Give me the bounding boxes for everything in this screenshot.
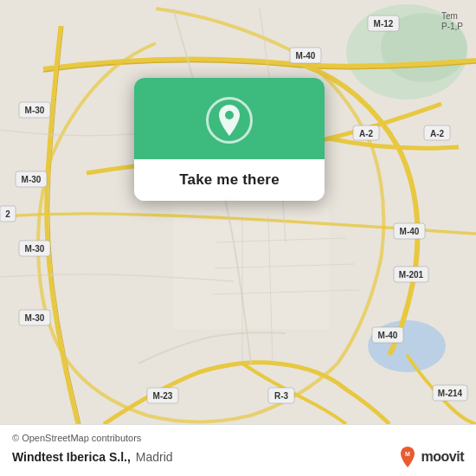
location-icon-wrap xyxy=(206,97,253,144)
svg-text:M-201: M-201 xyxy=(399,270,424,280)
svg-point-44 xyxy=(225,111,234,119)
svg-text:Tem: Tem xyxy=(441,11,458,21)
svg-text:M-30: M-30 xyxy=(25,106,45,115)
location-popup: Take me there xyxy=(134,78,325,201)
location-city: Madrid xyxy=(136,450,173,464)
svg-text:A-2: A-2 xyxy=(430,129,445,138)
location-name: Windtest Iberica S.l., xyxy=(12,450,131,464)
svg-text:M-30: M-30 xyxy=(25,244,45,254)
svg-text:A-2: A-2 xyxy=(359,129,374,138)
map-view: M-12 M-40 M-30 M-30 A-2 A-2 A-2 M-30 M-3… xyxy=(0,0,476,424)
svg-text:M-214: M-214 xyxy=(438,389,463,398)
moovit-brand-text: moovit xyxy=(421,449,464,465)
moovit-icon: M xyxy=(396,445,420,469)
copyright-text: © OpenStreetMap contributors xyxy=(12,433,464,443)
svg-text:P-1,P: P-1,P xyxy=(441,22,463,31)
svg-text:M-30: M-30 xyxy=(22,175,42,184)
location-pin-icon xyxy=(216,105,242,136)
svg-text:M-12: M-12 xyxy=(374,19,394,29)
bottom-bar: © OpenStreetMap contributors Windtest Ib… xyxy=(0,424,476,476)
svg-text:M-40: M-40 xyxy=(296,51,316,61)
location-info: Windtest Iberica S.l., Madrid M moovit xyxy=(12,445,464,469)
popup-header xyxy=(134,78,325,159)
take-me-there-button[interactable]: Take me there xyxy=(134,159,325,201)
svg-text:M-40: M-40 xyxy=(400,227,420,236)
svg-text:M-40: M-40 xyxy=(378,331,398,340)
svg-text:R-3: R-3 xyxy=(274,391,289,401)
svg-text:2: 2 xyxy=(5,209,10,219)
moovit-logo: M moovit xyxy=(396,445,464,469)
svg-text:M-23: M-23 xyxy=(153,391,173,401)
svg-text:M-30: M-30 xyxy=(25,313,45,323)
svg-text:M: M xyxy=(405,451,410,457)
